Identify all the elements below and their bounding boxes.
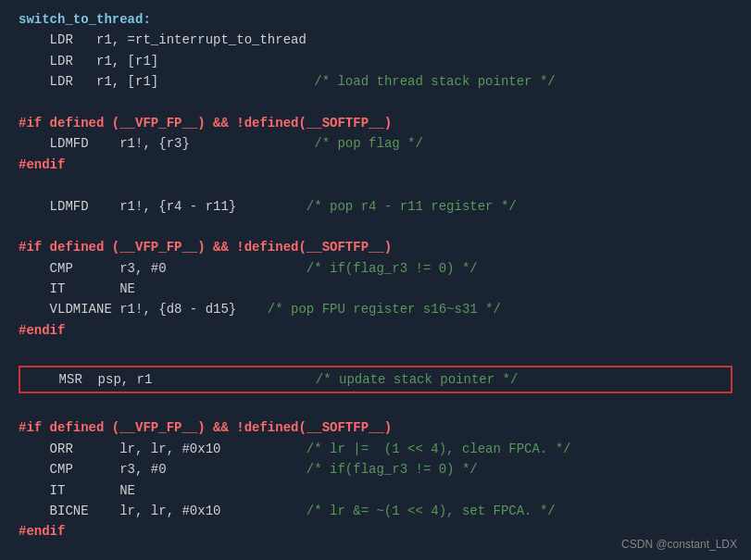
line-it1: IT NE	[19, 279, 732, 299]
watermark: CSDN @constant_LDX	[621, 538, 737, 551]
empty1	[19, 93, 732, 113]
line-ldmfd1: LDMFD r1!, {r3} /* pop flag */	[19, 133, 732, 154]
line-cmp1: CMP r3, #0 /* if(flag_r3 != 0) */	[19, 258, 732, 279]
line-it2: IT NE	[19, 480, 732, 501]
empty4	[19, 341, 732, 361]
line-if3: #if defined (__VFP_FP__) && !defined(__S…	[19, 417, 732, 438]
line-if1: #if defined (__VFP_FP__) && !defined(__S…	[19, 113, 732, 133]
line-label: switch_to_thread:	[19, 9, 732, 30]
line-endif2: #endif	[19, 320, 732, 341]
line-ldr2: LDR r1, [r1]	[19, 51, 732, 71]
empty5	[19, 397, 732, 417]
empty3	[19, 217, 732, 237]
line-ldmfd2: LDMFD r1!, {r4 - r11} /* pop r4 - r11 re…	[19, 196, 732, 217]
line-endif1: #endif	[19, 155, 732, 175]
line-ldr1: LDR r1, =rt_interrupt_to_thread	[19, 30, 732, 50]
line-if2: #if defined (__VFP_FP__) && !defined(__S…	[19, 237, 732, 257]
line-orr1: ORR lr, lr, #0x10 /* lr |= (1 << 4), cle…	[19, 439, 732, 459]
empty2	[19, 175, 732, 195]
code-container: switch_to_thread: LDR r1, =rt_interrupt_…	[0, 0, 751, 560]
line-ldr3: LDR r1, [r1] /* load thread stack pointe…	[19, 71, 732, 92]
line-cmp2: CMP r3, #0 /* if(flag_r3 != 0) */	[19, 459, 732, 479]
line-vldm1: VLDMIANE r1!, {d8 - d15} /* pop FPU regi…	[19, 299, 732, 319]
line-msr-highlighted: MSR psp, r1 /* update stack pointer */	[19, 366, 732, 393]
line-bicne1: BICNE lr, lr, #0x10 /* lr &= ~(1 << 4), …	[19, 501, 732, 521]
